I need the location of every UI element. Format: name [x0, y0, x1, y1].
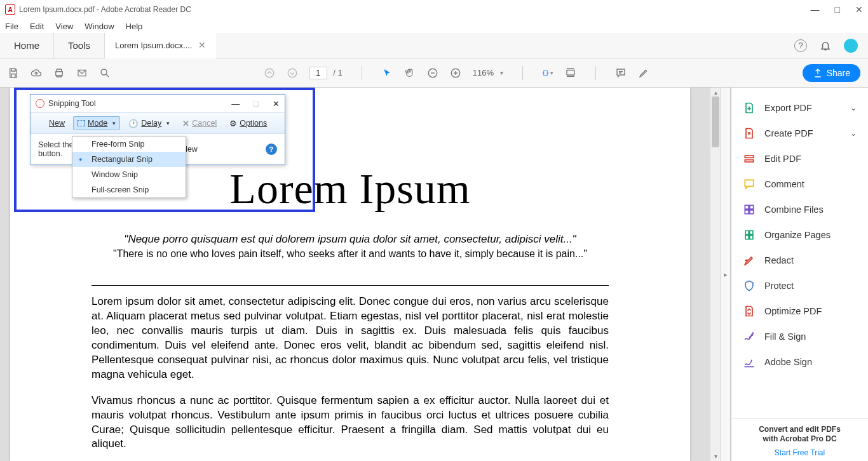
snip-mode-button[interactable]: Mode▾: [73, 116, 120, 130]
tool-label: Create PDF: [764, 128, 813, 138]
doc-quote-english: "There is no one who loves pain itself, …: [92, 248, 609, 260]
svg-rect-13: [745, 210, 749, 214]
tool-edit-pdf[interactable]: Edit PDF: [731, 146, 868, 171]
tool-organize-pages[interactable]: Organize Pages: [731, 222, 868, 248]
tool-label: Optimize PDF: [764, 306, 822, 316]
menu-window[interactable]: Window: [85, 22, 114, 31]
tab-home[interactable]: Home: [0, 33, 54, 58]
snip-options-button[interactable]: ⚙Options: [225, 116, 271, 131]
svg-point-2: [101, 69, 107, 75]
svg-rect-7: [544, 70, 548, 75]
snip-delay-button[interactable]: 🕐Delay▾: [124, 116, 174, 131]
tool-label: Export PDF: [764, 103, 812, 113]
scroll-up-icon[interactable]: ▴: [710, 89, 721, 96]
tool-fill-sign[interactable]: Fill & Sign: [731, 324, 868, 349]
tool-icon: [743, 102, 756, 114]
snip-close-icon[interactable]: ✕: [273, 99, 280, 109]
tool-icon: [743, 127, 756, 140]
tool-combine-files[interactable]: Combine Files: [731, 197, 868, 222]
save-icon[interactable]: [8, 67, 19, 79]
tabs-bar: Home Tools Lorem Ipsum.docx.... ✕ ?: [0, 33, 868, 58]
menu-edit[interactable]: Edit: [30, 22, 44, 31]
scroll-thumb[interactable]: [712, 97, 719, 147]
share-button[interactable]: Share: [803, 64, 860, 82]
chevron-down-icon: ⌄: [850, 104, 857, 112]
snip-mode-window[interactable]: Window Snip: [72, 167, 186, 182]
fit-width-icon[interactable]: ▾: [542, 67, 553, 79]
tool-label: Combine Files: [764, 204, 824, 215]
snip-mode-menu: Free-form Snip Rectangular Snip Window S…: [72, 136, 186, 198]
comment-icon[interactable]: [615, 67, 627, 79]
snipping-tool-icon: [36, 99, 44, 108]
snip-new-button[interactable]: New: [34, 116, 69, 130]
menu-file[interactable]: File: [5, 22, 18, 31]
svg-rect-15: [745, 230, 749, 234]
snip-cancel-button: ✕Cancel: [178, 116, 221, 131]
tool-label: Edit PDF: [764, 154, 801, 164]
svg-point-4: [288, 69, 297, 77]
highlight-icon[interactable]: [638, 67, 649, 79]
svg-rect-16: [750, 230, 753, 234]
cloud-icon[interactable]: [31, 67, 42, 79]
svg-point-3: [265, 69, 274, 77]
tool-icon: [743, 356, 756, 368]
rightpane-collapse-handle[interactable]: ▸: [721, 88, 731, 461]
share-label: Share: [827, 68, 850, 78]
svg-rect-11: [745, 205, 749, 209]
tool-adobe-sign[interactable]: Adobe Sign: [731, 349, 868, 375]
tools-pane: Export PDF⌄Create PDF⌄Edit PDFCommentCom…: [731, 88, 868, 461]
start-free-trial-link[interactable]: Start Free Trial: [736, 448, 863, 457]
tool-optimize-pdf[interactable]: Optimize PDF: [731, 298, 868, 324]
zoom-out-icon[interactable]: [427, 67, 438, 79]
tool-label: Redact: [764, 255, 794, 265]
snip-mode-rectangular[interactable]: Rectangular Snip: [72, 152, 186, 167]
page-up-icon[interactable]: [264, 67, 275, 79]
scroll-down-icon[interactable]: ▾: [710, 453, 721, 460]
chevron-down-icon: ⌄: [850, 129, 857, 138]
user-avatar[interactable]: [844, 39, 858, 53]
tab-document[interactable]: Lorem Ipsum.docx.... ✕: [105, 33, 216, 58]
window-maximize-icon[interactable]: □: [835, 4, 840, 15]
print-icon[interactable]: [53, 67, 65, 79]
tool-create-pdf[interactable]: Create PDF⌄: [731, 121, 868, 146]
menu-help[interactable]: Help: [126, 22, 143, 31]
zoom-in-icon[interactable]: [450, 67, 461, 79]
page-current-input[interactable]: [309, 67, 327, 79]
svg-rect-17: [745, 236, 749, 239]
search-icon[interactable]: [99, 67, 111, 79]
email-icon[interactable]: [76, 67, 88, 79]
page-number: / 1: [309, 67, 342, 79]
tool-comment[interactable]: Comment: [731, 171, 868, 197]
zoom-level[interactable]: 116%▾: [473, 68, 503, 77]
window-titlebar: A Lorem Ipsum.docx.pdf - Adobe Acrobat R…: [0, 0, 868, 19]
snip-maximize-icon[interactable]: □: [254, 99, 259, 109]
doc-paragraph-1: Lorem ipsum dolor sit amet, consectetur …: [92, 295, 609, 382]
hand-icon[interactable]: [404, 67, 416, 79]
doc-paragraph-2: Vivamus rhoncus a nunc ac porttitor. Qui…: [92, 394, 609, 452]
document-viewport[interactable]: Lorem Ipsum "Neque porro quisquam est qu…: [0, 88, 710, 461]
snip-help-icon[interactable]: ?: [266, 144, 277, 155]
menu-view[interactable]: View: [55, 22, 73, 31]
tool-export-pdf[interactable]: Export PDF⌄: [731, 95, 868, 121]
svg-rect-14: [750, 210, 754, 214]
window-close-icon[interactable]: ✕: [855, 4, 863, 15]
snip-minimize-icon[interactable]: —: [231, 99, 240, 109]
page-down-icon[interactable]: [287, 67, 298, 79]
snip-toolbar: New Mode▾ 🕐Delay▾ ✕Cancel ⚙Options: [31, 112, 285, 134]
tool-icon: [743, 229, 756, 241]
tab-close-icon[interactable]: ✕: [198, 40, 206, 50]
window-minimize-icon[interactable]: —: [811, 4, 820, 15]
svg-rect-8: [567, 70, 574, 75]
tool-redact[interactable]: Redact: [731, 248, 868, 273]
svg-rect-10: [745, 160, 753, 162]
tool-label: Organize Pages: [764, 230, 831, 240]
help-icon[interactable]: ?: [794, 39, 807, 52]
snip-mode-freeform[interactable]: Free-form Snip: [72, 137, 186, 152]
tool-protect[interactable]: Protect: [731, 273, 868, 298]
bell-icon[interactable]: [820, 40, 831, 51]
pointer-icon[interactable]: [381, 67, 393, 79]
scroll-mode-icon[interactable]: [565, 67, 576, 79]
vertical-scrollbar[interactable]: ▴ ▾: [710, 88, 721, 461]
snip-mode-fullscreen[interactable]: Full-screen Snip: [72, 182, 186, 197]
tab-tools[interactable]: Tools: [54, 33, 105, 58]
